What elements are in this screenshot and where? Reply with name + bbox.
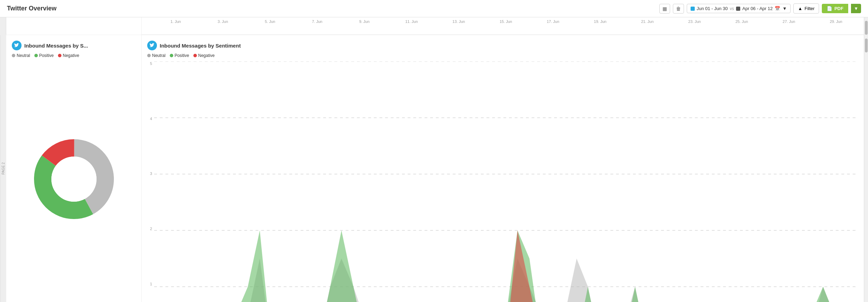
area-chart	[154, 61, 858, 302]
filter-icon: ▲	[798, 6, 802, 11]
neutral-dot	[12, 54, 15, 57]
y-label-1: 1	[147, 282, 152, 286]
date-secondary-label: Apr 06 - Apr 12	[742, 6, 773, 11]
pdf-label: PDF	[834, 6, 843, 11]
positive-dot	[34, 54, 38, 57]
right-positive-dot	[170, 54, 173, 57]
top-bar-row: 1. Jun 3. Jun 5. Jun 7. Jun 9. Jun 11. J…	[0, 17, 868, 35]
timeline-label-8: 15. Jun	[482, 19, 529, 32]
date-primary-label: Jun 01 - Jun 30	[696, 6, 728, 11]
timeline-label-7: 13. Jun	[435, 19, 482, 32]
y-axis: 5 4 3 2 1 0	[147, 61, 154, 302]
timeline-label-11: 21. Jun	[624, 19, 671, 32]
right-panel-header: Inbound Messages by Sentiment	[147, 41, 858, 50]
right-neutral-label: Neutral	[152, 53, 166, 58]
content-wrapper: 1. Jun 3. Jun 5. Jun 7. Jun 9. Jun 11. J…	[0, 17, 868, 302]
timeline-header: 1. Jun 3. Jun 5. Jun 7. Jun 9. Jun 11. J…	[142, 17, 864, 35]
right-legend-positive: Positive	[170, 53, 189, 58]
positive-label: Positive	[39, 53, 54, 58]
trash-icon-button[interactable]: 🗑	[673, 4, 684, 14]
y-label-5: 5	[147, 61, 152, 66]
chevron-down-icon: ▼	[782, 6, 787, 11]
twitter-icon-right	[147, 41, 157, 50]
filter-button[interactable]: ▲ Filter	[793, 3, 819, 14]
left-legend: Neutral Positive Negative	[12, 53, 136, 58]
right-legend-negative: Negative	[193, 53, 215, 58]
timeline-label-6: 11. Jun	[388, 19, 435, 32]
y-label-2: 2	[147, 227, 152, 231]
secondary-color-box	[736, 7, 740, 11]
date-range-selector[interactable]: Jun 01 - Jun 30 vs Apr 06 - Apr 12 📅 ▼	[687, 4, 791, 13]
right-legend-neutral: Neutral	[147, 53, 166, 58]
scrollbar[interactable]	[864, 17, 868, 35]
y-label-3: 3	[147, 171, 152, 176]
right-negative-label: Negative	[198, 53, 215, 58]
timeline-label-12: 23. Jun	[671, 19, 718, 32]
timeline-label-9: 17. Jun	[529, 19, 577, 32]
timeline-label-2: 3. Jun	[199, 19, 247, 32]
page-strip-top	[0, 17, 6, 35]
pdf-icon: 📄	[827, 6, 832, 11]
layout-icon-button[interactable]: ▦	[659, 4, 670, 14]
date-range-primary: Jun 01 - Jun 30	[691, 6, 728, 11]
right-scrollbar[interactable]	[864, 35, 868, 302]
filter-label: Filter	[804, 6, 815, 11]
chart-wrapper: 5 4 3 2 1 0	[147, 61, 858, 302]
right-negative-dot	[193, 54, 197, 57]
timeline-label-14: 27. Jun	[765, 19, 812, 32]
right-positive-label: Positive	[175, 53, 189, 58]
scrollbar-thumb-right	[865, 39, 868, 52]
timeline-label-15: 29. Jun	[812, 19, 860, 32]
panels-row: PAGE 2 Inbound Messages by S... Neutral	[0, 35, 868, 302]
pdf-dropdown-button[interactable]: ▼	[851, 4, 861, 13]
y-label-4: 4	[147, 117, 152, 121]
right-neutral-dot	[147, 54, 151, 57]
timeline-label-4: 7. Jun	[294, 19, 341, 32]
donut-center	[51, 157, 97, 202]
right-panel-title: Inbound Messages by Sentiment	[160, 43, 241, 49]
left-panel: Inbound Messages by S... Neutral Positiv…	[6, 35, 142, 302]
page-header: Twitter Overview ▦ 🗑 Jun 01 - Jun 30 vs …	[0, 0, 868, 17]
right-legend: Neutral Positive Negative	[147, 53, 858, 58]
timeline-label-1: 1. Jun	[152, 19, 199, 32]
left-panel-title: Inbound Messages by S...	[24, 43, 88, 49]
neutral-label: Neutral	[17, 53, 30, 58]
scrollbar-thumb	[865, 21, 868, 35]
left-panel-spacer	[6, 17, 142, 35]
header-actions: ▦ 🗑 Jun 01 - Jun 30 vs Apr 06 - Apr 12 📅…	[659, 3, 861, 14]
primary-color-box	[691, 7, 695, 11]
vs-label: vs	[730, 6, 734, 11]
page-title: Twitter Overview	[7, 5, 655, 12]
negative-label: Negative	[63, 53, 79, 58]
legend-negative: Negative	[58, 53, 79, 58]
timeline-label-10: 19. Jun	[577, 19, 624, 32]
donut-chart	[25, 131, 123, 228]
donut-container	[12, 61, 136, 296]
timeline-label-3: 5. Jun	[247, 19, 294, 32]
legend-positive: Positive	[34, 53, 54, 58]
twitter-icon-left	[12, 41, 22, 50]
timeline-label-5: 9. Jun	[341, 19, 388, 32]
timeline-label-13: 25. Jun	[718, 19, 765, 32]
page-label: PAGE 2	[0, 35, 6, 302]
positive-area	[154, 230, 858, 302]
legend-neutral: Neutral	[12, 53, 30, 58]
pdf-button[interactable]: 📄 PDF	[822, 4, 848, 13]
left-panel-header: Inbound Messages by S...	[12, 41, 136, 50]
calendar-icon: 📅	[775, 6, 780, 11]
right-panel: Inbound Messages by Sentiment Neutral Po…	[142, 35, 864, 302]
chart-inner: 1. Jun 3. Jun 5. Jun 7. Jun 9. Jun 11. J…	[154, 61, 858, 302]
negative-dot	[58, 54, 61, 57]
